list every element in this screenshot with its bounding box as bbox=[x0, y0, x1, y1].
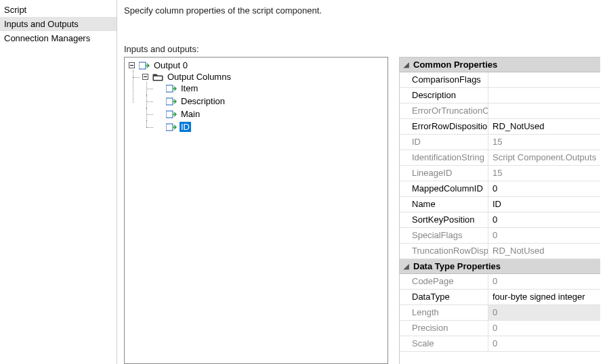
svg-rect-4 bbox=[166, 111, 173, 118]
property-row[interactable]: ID15 bbox=[400, 135, 600, 150]
property-row[interactable]: SortKeyPosition0 bbox=[400, 212, 600, 228]
property-row[interactable]: TruncationRowDispositionRD_NotUsed bbox=[400, 244, 600, 259]
svg-rect-0 bbox=[139, 62, 146, 69]
svg-rect-2 bbox=[166, 85, 173, 92]
property-section-datatype[interactable]: ◢ Data Type Properties bbox=[400, 259, 600, 274]
property-value[interactable]: 0 bbox=[488, 305, 600, 320]
column-icon bbox=[166, 122, 177, 132]
tree-node-column-description[interactable]: Description bbox=[154, 96, 228, 106]
property-value[interactable] bbox=[488, 72, 600, 87]
property-row[interactable]: ComparisonFlags bbox=[400, 72, 600, 88]
tree-node-label: Output Columns bbox=[166, 72, 232, 82]
main-area: Specify column properties of the script … bbox=[117, 0, 607, 364]
property-name: IdentificationString bbox=[400, 150, 488, 165]
property-name: MappedColumnID bbox=[400, 181, 488, 196]
property-name: ErrorRowDisposition bbox=[400, 119, 488, 134]
tree-pane[interactable]: Output 0 bbox=[124, 57, 388, 364]
toggle-spacer bbox=[156, 85, 162, 91]
toggle-spacer bbox=[156, 111, 162, 117]
property-row[interactable]: NameID bbox=[400, 197, 600, 212]
tree-node-label: Output 0 bbox=[152, 60, 189, 70]
tree-node-column-item[interactable]: Item bbox=[154, 83, 201, 93]
property-value[interactable]: four-byte signed integer bbox=[488, 290, 600, 304]
expand-toggle-icon[interactable] bbox=[129, 62, 135, 68]
column-icon bbox=[166, 84, 177, 93]
property-value[interactable]: RD_NotUsed bbox=[488, 244, 600, 258]
svg-rect-5 bbox=[166, 124, 173, 131]
property-value[interactable]: Script Component.Outputs bbox=[488, 150, 600, 165]
property-value[interactable]: ID bbox=[488, 197, 600, 212]
property-row[interactable]: DataTypefour-byte signed integer bbox=[400, 290, 600, 305]
collapse-icon: ◢ bbox=[404, 263, 411, 270]
property-grid[interactable]: ◢ Common Properties ComparisonFlagsDescr… bbox=[399, 57, 600, 364]
property-value[interactable]: 0 bbox=[488, 212, 600, 227]
svg-rect-1 bbox=[154, 76, 162, 80]
property-row[interactable]: LineageID15 bbox=[400, 166, 600, 181]
tree-node-label: ID bbox=[180, 122, 191, 132]
collapse-icon: ◢ bbox=[404, 61, 411, 68]
output-icon bbox=[139, 61, 150, 70]
property-name: SortKeyPosition bbox=[400, 212, 488, 227]
property-row[interactable]: MappedColumnID0 bbox=[400, 181, 600, 197]
tree-node-label: Item bbox=[180, 83, 199, 93]
property-value[interactable]: 15 bbox=[488, 166, 600, 181]
tree-node-label: Main bbox=[180, 109, 201, 119]
property-row[interactable]: CodePage0 bbox=[400, 274, 600, 290]
property-row[interactable]: ErrorOrTruncationOperation bbox=[400, 104, 600, 119]
property-section-title: Common Properties bbox=[413, 60, 497, 70]
tree-node-label: Description bbox=[180, 96, 226, 106]
property-name: Precision bbox=[400, 321, 488, 336]
property-row[interactable]: Description bbox=[400, 88, 600, 104]
sidebar-item-inputs-outputs[interactable]: Inputs and Outputs bbox=[0, 17, 117, 31]
expand-toggle-icon[interactable] bbox=[142, 74, 148, 80]
property-name: ErrorOrTruncationOperation bbox=[400, 104, 488, 118]
property-name: Length bbox=[400, 305, 488, 320]
sidebar-item-script[interactable]: Script bbox=[0, 3, 117, 17]
toggle-spacer bbox=[156, 124, 162, 130]
property-value[interactable]: 0 bbox=[488, 321, 600, 336]
property-section-common[interactable]: ◢ Common Properties bbox=[400, 58, 600, 72]
property-row[interactable]: Scale0 bbox=[400, 336, 600, 352]
property-value[interactable]: 0 bbox=[488, 181, 600, 196]
tree-node-output-0[interactable]: Output 0 bbox=[127, 60, 190, 70]
property-row[interactable]: ErrorRowDispositionRD_NotUsed bbox=[400, 119, 600, 135]
property-name: SpecialFlags bbox=[400, 228, 488, 243]
property-value[interactable] bbox=[488, 104, 600, 118]
tree-node-column-id[interactable]: ID bbox=[154, 122, 192, 132]
property-row[interactable]: Length0 bbox=[400, 305, 600, 321]
property-value[interactable]: 0 bbox=[488, 228, 600, 243]
property-name: Name bbox=[400, 197, 488, 212]
property-name: CodePage bbox=[400, 274, 488, 289]
tree-node-column-main[interactable]: Main bbox=[154, 109, 203, 119]
folder-icon bbox=[152, 72, 163, 82]
column-icon bbox=[166, 110, 177, 119]
property-name: DataType bbox=[400, 290, 488, 304]
property-name: ComparisonFlags bbox=[400, 72, 488, 87]
property-value[interactable]: 0 bbox=[488, 336, 600, 351]
property-value[interactable]: 0 bbox=[488, 274, 600, 289]
column-icon bbox=[166, 97, 177, 106]
tree-node-output-columns[interactable]: Output Columns bbox=[141, 72, 234, 82]
sidebar: Script Inputs and Outputs Connection Man… bbox=[0, 0, 117, 364]
property-name: LineageID bbox=[400, 166, 488, 181]
toggle-spacer bbox=[156, 98, 162, 104]
svg-rect-3 bbox=[166, 98, 173, 105]
property-row[interactable]: Precision0 bbox=[400, 321, 600, 336]
property-value[interactable] bbox=[488, 88, 600, 103]
sidebar-item-connection-managers[interactable]: Connection Managers bbox=[0, 31, 117, 45]
property-name: TruncationRowDisposition bbox=[400, 244, 488, 258]
property-value[interactable]: 15 bbox=[488, 135, 600, 150]
property-row[interactable]: SpecialFlags0 bbox=[400, 228, 600, 244]
inputs-outputs-label: Inputs and outputs: bbox=[124, 44, 600, 54]
property-name: ID bbox=[400, 135, 488, 150]
property-name: Description bbox=[400, 88, 488, 103]
property-section-title: Data Type Properties bbox=[413, 261, 501, 271]
property-value[interactable]: RD_NotUsed bbox=[488, 119, 600, 134]
property-row[interactable]: IdentificationStringScript Component.Out… bbox=[400, 150, 600, 166]
property-name: Scale bbox=[400, 336, 488, 351]
page-description: Specify column properties of the script … bbox=[124, 5, 600, 16]
